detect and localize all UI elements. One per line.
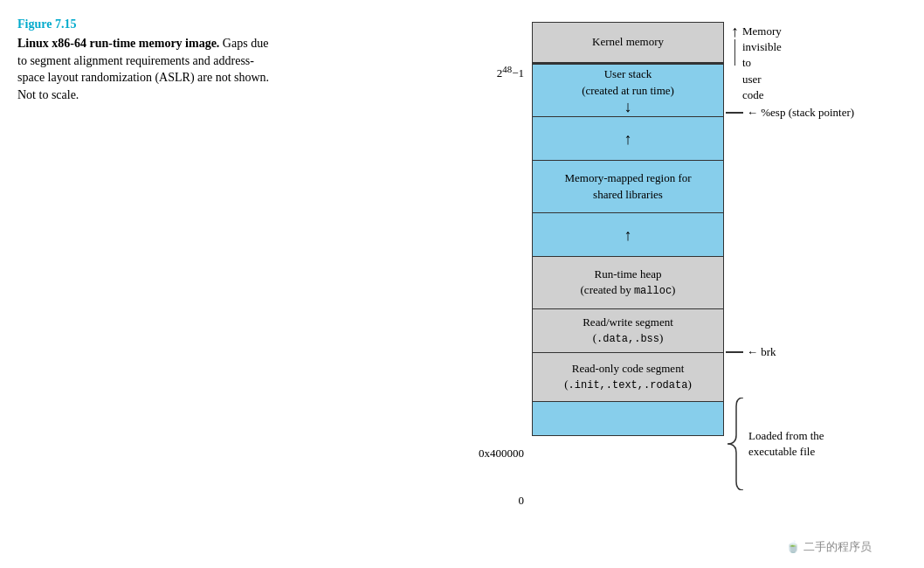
down-arrow-1: ↓ — [624, 99, 632, 114]
figure-title: Linux x86-64 run-time memory image. Gaps… — [17, 35, 271, 103]
brk-line — [726, 351, 743, 353]
diagram-area: 248−1 0x400000 0 Kernel memory User stac… — [288, 17, 907, 529]
addr-hex: 0x400000 — [479, 447, 524, 461]
heap-label: Run-time heap(created by malloc) — [581, 267, 676, 299]
rw-segment-block: Read/write segment(.data,.bss) — [533, 309, 723, 353]
top-right-annotation: ↑ Memoryinvisible touser code — [731, 22, 782, 103]
user-stack-block: User stack(created at run time) ↓ — [533, 65, 723, 117]
user-stack-inner: User stack(created at run time) ↓ — [533, 65, 723, 116]
shared-lib-label: Memory-mapped region forshared libraries — [564, 170, 691, 202]
kernel-label: Kernel memory — [592, 34, 664, 50]
shared-lib-block: Memory-mapped region forshared libraries — [533, 161, 723, 213]
watermark-text: 二手的程序员 — [803, 539, 872, 555]
user-stack-label: User stack(created at run time) — [582, 66, 674, 98]
diagram-wrapper: 248−1 0x400000 0 Kernel memory User stac… — [471, 22, 724, 529]
watermark: 🍵 二手的程序员 — [786, 539, 872, 555]
memory-diagram: 248−1 0x400000 0 Kernel memory User stac… — [532, 22, 724, 436]
brk-label: ← brk — [747, 345, 776, 359]
addr-zero: 0 — [519, 494, 525, 508]
memory-invisible-note: Memoryinvisible touser code — [742, 22, 782, 103]
heap-block: Run-time heap(created by malloc) — [533, 257, 723, 309]
rw-segment-label: Read/write segment(.data,.bss) — [583, 315, 673, 347]
up-arrow-1: ↑ — [624, 131, 632, 147]
esp-line — [726, 112, 743, 114]
esp-label: ← %esp (stack pointer) — [747, 106, 854, 120]
curly-brace-svg — [726, 398, 745, 490]
up-arrow-2: ↑ — [624, 227, 632, 243]
loaded-annotation: Loaded from theexecutable file — [726, 398, 858, 490]
left-panel: Figure 7.15 Linux x86-64 run-time memory… — [17, 17, 288, 108]
figure-label: Figure 7.15 — [17, 17, 271, 31]
ro-segment-block: Read-only code segment(.init,.text,.roda… — [533, 353, 723, 402]
gap1-block: ↑ — [533, 117, 723, 161]
top-up-arrow: ↑ — [731, 24, 739, 39]
bottom-gap-block — [533, 402, 723, 435]
gap2-block: ↑ — [533, 213, 723, 257]
esp-annotation: ← %esp (stack pointer) — [726, 106, 854, 120]
kernel-block: Kernel memory — [533, 23, 723, 65]
arrow-line-top — [734, 39, 736, 66]
figure-title-bold: Linux x86-64 run-time memory image. — [17, 37, 219, 50]
watermark-icon: 🍵 — [786, 540, 800, 554]
top-arrow-container: ↑ — [731, 22, 742, 66]
ro-segment-label: Read-only code segment(.init,.text,.roda… — [564, 361, 692, 393]
addr-top: 248−1 — [497, 64, 524, 80]
memory-stack: Kernel memory User stack(created at run … — [532, 22, 724, 436]
loaded-label: Loaded from theexecutable file — [745, 428, 858, 460]
brk-annotation: ← brk — [726, 345, 776, 359]
